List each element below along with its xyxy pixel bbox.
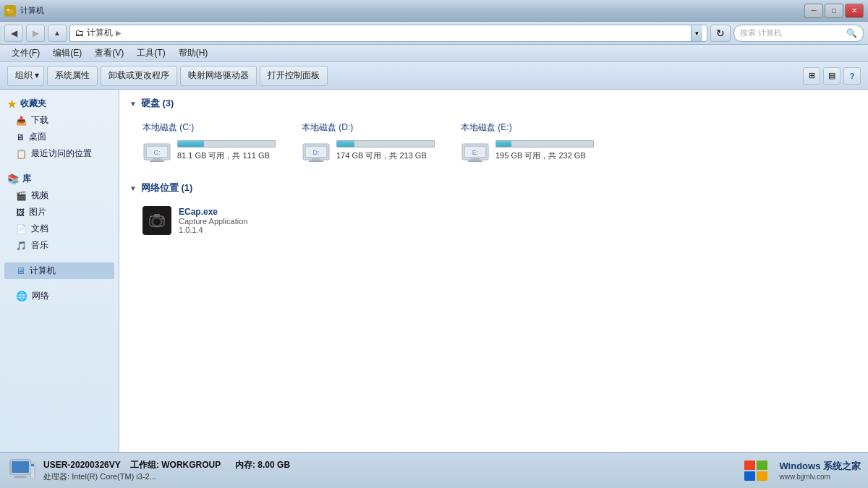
svg-rect-32 [31, 464, 34, 466]
address-dropdown-button[interactable]: ▾ [691, 25, 702, 41]
content-area: ▼ 硬盘 (3) 本地磁盘 (C:) C: [119, 90, 868, 452]
network-label: 网络 [32, 290, 49, 302]
status-line1: USER-20200326VY 工作组: WORKGROUP 内存: 8.00 … [43, 459, 731, 471]
drive-e-item[interactable]: 本地磁盘 (E:) E: [455, 117, 600, 167]
favorites-header[interactable]: ★ 收藏夹 [4, 95, 114, 112]
status-workgroup-label: 工作组: [130, 460, 159, 470]
title-controls: ─ □ ✕ [804, 4, 864, 18]
windows-logo [739, 457, 773, 484]
svg-rect-6 [150, 160, 164, 162]
drive-c-progress-bg [177, 140, 276, 147]
map-drive-label: 映射网络驱动器 [188, 69, 249, 82]
net-info: ECap.exe Capture Application 1.0.1.4 [179, 207, 247, 234]
menu-edit[interactable]: 编辑(E) [47, 46, 88, 61]
drive-d-info: 174 GB 可用，共 213 GB [336, 140, 435, 161]
search-placeholder-text: 搜索 计算机 [740, 27, 782, 38]
forward-button[interactable]: ▶ [26, 25, 45, 42]
drive-c-body: C: 81.1 GB 可用，共 111 GB [142, 138, 276, 163]
maximize-button[interactable]: □ [825, 4, 843, 18]
organize-label: 组织 ▾ [15, 69, 39, 82]
menu-view[interactable]: 查看(V) [89, 46, 129, 61]
title-text: 计算机 [20, 5, 44, 16]
desktop-icon: 🖥 [16, 132, 25, 142]
address-bar: ◀ ▶ ▲ 🗂 计算机 ▶ ▾ ↻ 搜索 计算机 🔍 [0, 22, 868, 45]
downloads-icon: 📥 [16, 116, 27, 126]
status-line2: 处理器: Intel(R) Core(TM) i3-2... [43, 471, 731, 482]
control-panel-label: 打开控制面板 [268, 69, 320, 82]
minimize-button[interactable]: ─ [804, 4, 823, 18]
network-location-area: ECap.exe Capture Application 1.0.1.4 [129, 202, 858, 239]
sidebar-item-music[interactable]: 🎵 音乐 [4, 237, 114, 254]
sidebar-item-network[interactable]: 🌐 网络 [4, 288, 114, 304]
organize-button[interactable]: 组织 ▾ [7, 66, 44, 86]
status-username: USER-20200326VY [43, 460, 121, 470]
title-bar: 计算机 ─ □ ✕ [0, 0, 868, 22]
documents-label: 文档 [31, 223, 48, 235]
address-box[interactable]: 🗂 计算机 ▶ ▾ [69, 25, 707, 42]
drive-d-icon: D: [302, 138, 331, 163]
library-label: 库 [22, 173, 31, 185]
favorites-star-icon: ★ [7, 98, 17, 110]
menu-help[interactable]: 帮助(H) [173, 46, 214, 61]
map-drive-button[interactable]: 映射网络驱动器 [180, 66, 257, 86]
search-box[interactable]: 搜索 计算机 🔍 [733, 25, 864, 42]
library-header[interactable]: 📚 库 [4, 171, 114, 187]
sidebar-item-video[interactable]: 🎬 视频 [4, 187, 114, 204]
pictures-icon: 🖼 [16, 207, 25, 218]
favorites-label: 收藏夹 [20, 98, 46, 110]
status-info: USER-20200326VY 工作组: WORKGROUP 内存: 8.00 … [43, 459, 731, 482]
status-cpu-label: 处理器: [43, 472, 69, 481]
system-props-button[interactable]: 系统属性 [47, 66, 98, 86]
network-ecap-item[interactable]: ECap.exe Capture Application 1.0.1.4 [137, 202, 281, 239]
drive-d-item[interactable]: 本地磁盘 (D:) D: [296, 117, 441, 167]
status-bar: USER-20200326VY 工作组: WORKGROUP 内存: 8.00 … [0, 452, 868, 488]
sidebar-item-desktop[interactable]: 🖥 桌面 [4, 129, 114, 145]
refresh-button[interactable]: ↻ [710, 25, 731, 42]
address-folder-icon: 🗂 [75, 27, 84, 38]
drive-c-label: 本地磁盘 (C:) [142, 121, 276, 134]
logo-quad-green [757, 461, 767, 470]
svg-text:E:: E: [472, 149, 479, 156]
drive-e-progress-fill [496, 141, 511, 147]
svg-rect-30 [14, 476, 27, 478]
view-toggle-button[interactable]: ▤ [823, 67, 841, 85]
sidebar-item-computer[interactable]: 🖥 计算机 [4, 262, 114, 279]
drive-d-body: D: 174 GB 可用，共 213 GB [302, 138, 435, 163]
win-brand: Windows 系统之家 [779, 460, 861, 473]
menu-tools[interactable]: 工具(T) [131, 46, 171, 61]
drive-d-progress-bg [336, 140, 435, 147]
drive-c-icon: C: [142, 138, 171, 163]
close-button[interactable]: ✕ [845, 4, 864, 18]
sidebar-item-pictures[interactable]: 🖼 图片 [4, 204, 114, 221]
logo-quad-blue [744, 471, 755, 481]
view-options-button[interactable]: ⊞ [803, 67, 820, 85]
library-section: 📚 库 🎬 视频 🖼 图片 📄 文档 🎵 音乐 [4, 171, 114, 254]
documents-icon: 📄 [16, 224, 27, 234]
control-panel-button[interactable]: 打开控制面板 [260, 66, 328, 86]
drive-e-label: 本地磁盘 (E:) [461, 121, 594, 134]
logo-quad-yellow [757, 471, 767, 481]
title-bar-left: 计算机 [4, 5, 44, 17]
network-section: 🌐 网络 [4, 288, 114, 304]
network-icon: 🌐 [16, 291, 27, 301]
computer-label: 计算机 [30, 265, 56, 277]
win-site: www.bjjmlv.com [779, 473, 861, 481]
up-button[interactable]: ▲ [48, 25, 67, 42]
system-props-label: 系统属性 [55, 69, 90, 82]
help-button[interactable]: ? [843, 67, 861, 85]
hard-disk-section-header[interactable]: ▼ 硬盘 (3) [129, 97, 858, 110]
net-version: 1.0.1.4 [179, 226, 247, 234]
back-button[interactable]: ◀ [4, 25, 23, 42]
desktop-label: 桌面 [29, 131, 46, 143]
network-location-header[interactable]: ▼ 网络位置 (1) [129, 181, 858, 194]
svg-rect-28 [12, 461, 29, 473]
drive-c-item[interactable]: 本地磁盘 (C:) C: [137, 117, 281, 167]
sidebar-item-documents[interactable]: 📄 文档 [4, 221, 114, 237]
drive-c-info: 81.1 GB 可用，共 111 GB [177, 140, 276, 161]
menu-file[interactable]: 文件(F) [6, 46, 46, 61]
sidebar-item-downloads[interactable]: 📥 下载 [4, 112, 114, 129]
menu-bar: 文件(F) 编辑(E) 查看(V) 工具(T) 帮助(H) [0, 45, 868, 62]
uninstall-button[interactable]: 卸载或更改程序 [101, 66, 177, 86]
sidebar-item-recent[interactable]: 📋 最近访问的位置 [4, 145, 114, 162]
status-cpu: Intel(R) Core(TM) i3-2... [72, 472, 156, 481]
